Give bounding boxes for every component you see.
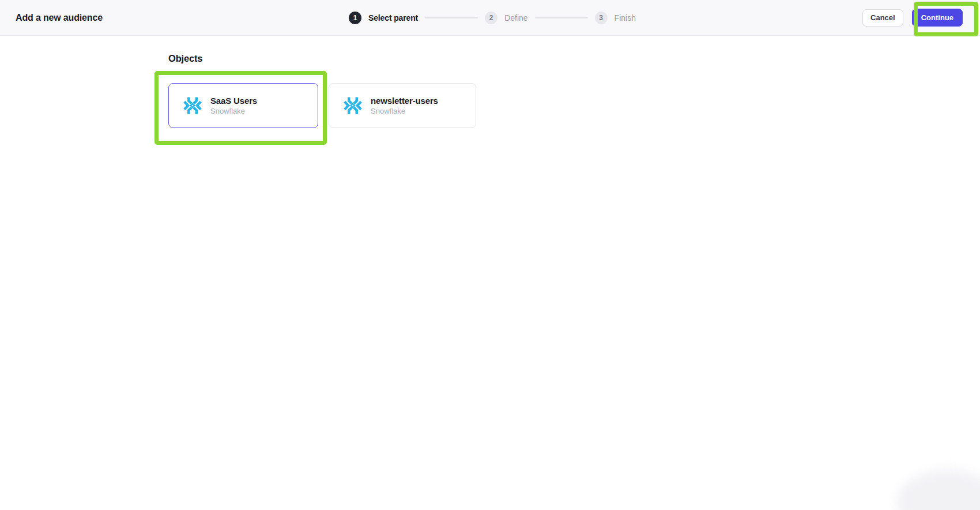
- step-number-badge: 3: [595, 12, 608, 24]
- step-number-badge: 2: [485, 12, 497, 24]
- wizard-stepper: 1 Select parent 2 Define 3 Finish: [349, 0, 636, 35]
- step-connector: [535, 17, 588, 18]
- object-card-newsletter-users[interactable]: newsletter-users Snowflake: [329, 83, 476, 128]
- snowflake-icon: [342, 95, 363, 116]
- object-card-saas-users[interactable]: SaaS Users Snowflake: [168, 83, 318, 128]
- objects-section-title: Objects: [168, 53, 980, 64]
- header-actions: Cancel Continue: [862, 0, 963, 35]
- step-select-parent[interactable]: 1 Select parent: [349, 12, 418, 24]
- main-content: Objects SaaS Users Snowflake: [0, 36, 980, 128]
- corner-widget-blob: [896, 470, 980, 510]
- step-define[interactable]: 2 Define: [485, 12, 527, 24]
- object-source: Snowflake: [371, 107, 438, 115]
- step-label: Finish: [615, 13, 636, 22]
- page-title: Add a new audience: [16, 13, 103, 23]
- step-connector: [425, 17, 478, 18]
- card-text: SaaS Users Snowflake: [210, 96, 257, 115]
- step-finish[interactable]: 3 Finish: [595, 12, 636, 24]
- step-label: Select parent: [368, 13, 418, 22]
- snowflake-icon: [182, 95, 203, 116]
- step-label: Define: [504, 13, 527, 22]
- card-text: newsletter-users Snowflake: [371, 96, 438, 115]
- object-name: SaaS Users: [210, 96, 257, 106]
- wizard-header: Add a new audience 1 Select parent 2 Def…: [0, 0, 980, 36]
- object-card-list: SaaS Users Snowflake newsletter-users Sn…: [168, 83, 980, 128]
- object-source: Snowflake: [210, 107, 257, 115]
- step-number-badge: 1: [349, 12, 361, 24]
- cancel-button[interactable]: Cancel: [862, 9, 903, 27]
- object-name: newsletter-users: [371, 96, 438, 106]
- continue-button[interactable]: Continue: [912, 9, 963, 27]
